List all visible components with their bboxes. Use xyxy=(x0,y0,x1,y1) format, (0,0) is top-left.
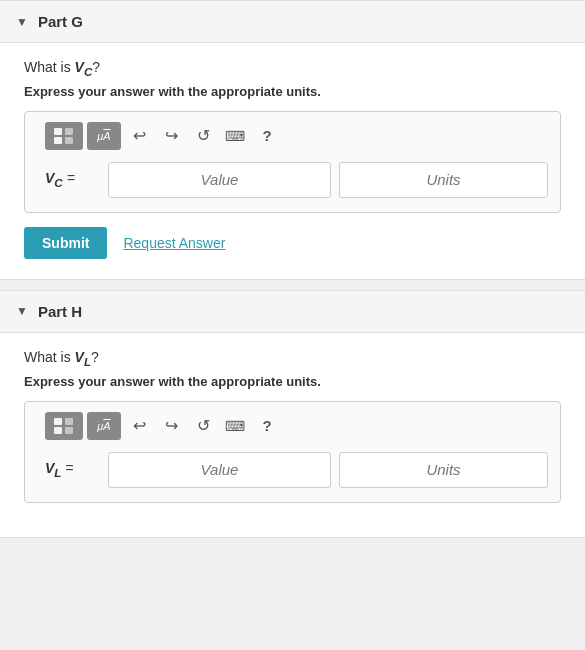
part-h-var-label: VL = xyxy=(45,460,100,479)
part-g-header[interactable]: ▼ Part G xyxy=(0,1,585,43)
part-h-value-input[interactable] xyxy=(108,452,331,488)
undo-button[interactable]: ↩ xyxy=(125,122,153,150)
matrix-button-h[interactable] xyxy=(45,412,83,440)
redo-button-h[interactable]: ↪ xyxy=(157,412,185,440)
units-format-button-h[interactable]: μA xyxy=(87,412,121,440)
svg-rect-6 xyxy=(65,418,73,425)
chevron-down-icon-h: ▼ xyxy=(16,304,28,318)
svg-rect-4 xyxy=(54,418,62,425)
chevron-down-icon: ▼ xyxy=(16,15,28,29)
part-g-units-input[interactable] xyxy=(339,162,548,198)
part-g-answer-box: μA ↩ ↪ ↺ ⌨ ? VC = xyxy=(24,111,561,213)
help-button-h[interactable]: ? xyxy=(253,412,281,440)
part-g-body: What is VC? Express your answer with the… xyxy=(0,43,585,279)
part-g-submit-button[interactable]: Submit xyxy=(24,227,107,259)
part-g-value-input[interactable] xyxy=(108,162,331,198)
part-g-var-label: VC = xyxy=(45,170,100,189)
part-g-actions: Submit Request Answer xyxy=(24,227,561,259)
svg-rect-7 xyxy=(65,427,73,434)
part-g-input-row: VC = xyxy=(37,162,548,198)
part-h-answer-box: μA ↩ ↪ ↺ ⌨ ? VL = xyxy=(24,401,561,503)
part-h-header[interactable]: ▼ Part H xyxy=(0,291,585,333)
part-h-title: Part H xyxy=(38,303,82,320)
redo-button[interactable]: ↪ xyxy=(157,122,185,150)
part-g-question: What is VC? xyxy=(24,59,561,78)
part-h-question: What is VL? xyxy=(24,349,561,368)
part-g-request-button[interactable]: Request Answer xyxy=(123,235,225,251)
part-h-body: What is VL? Express your answer with the… xyxy=(0,333,585,537)
part-h-toolbar: μA ↩ ↪ ↺ ⌨ ? xyxy=(37,412,548,440)
reset-button[interactable]: ↺ xyxy=(189,122,217,150)
part-g-title: Part G xyxy=(38,13,83,30)
svg-rect-3 xyxy=(65,137,73,144)
part-g-instruction: Express your answer with the appropriate… xyxy=(24,84,561,99)
undo-button-h[interactable]: ↩ xyxy=(125,412,153,440)
help-button[interactable]: ? xyxy=(253,122,281,150)
reset-button-h[interactable]: ↺ xyxy=(189,412,217,440)
keyboard-button[interactable]: ⌨ xyxy=(221,122,249,150)
part-h-units-input[interactable] xyxy=(339,452,548,488)
svg-rect-2 xyxy=(65,128,73,135)
svg-rect-0 xyxy=(54,128,62,135)
part-h-input-row: VL = xyxy=(37,452,548,488)
part-h-instruction: Express your answer with the appropriate… xyxy=(24,374,561,389)
keyboard-button-h[interactable]: ⌨ xyxy=(221,412,249,440)
svg-rect-5 xyxy=(54,427,62,434)
svg-rect-1 xyxy=(54,137,62,144)
part-g-section: ▼ Part G What is VC? Express your answer… xyxy=(0,0,585,280)
units-format-button[interactable]: μA xyxy=(87,122,121,150)
part-h-section: ▼ Part H What is VL? Express your answer… xyxy=(0,290,585,538)
matrix-button[interactable] xyxy=(45,122,83,150)
part-g-toolbar: μA ↩ ↪ ↺ ⌨ ? xyxy=(37,122,548,150)
